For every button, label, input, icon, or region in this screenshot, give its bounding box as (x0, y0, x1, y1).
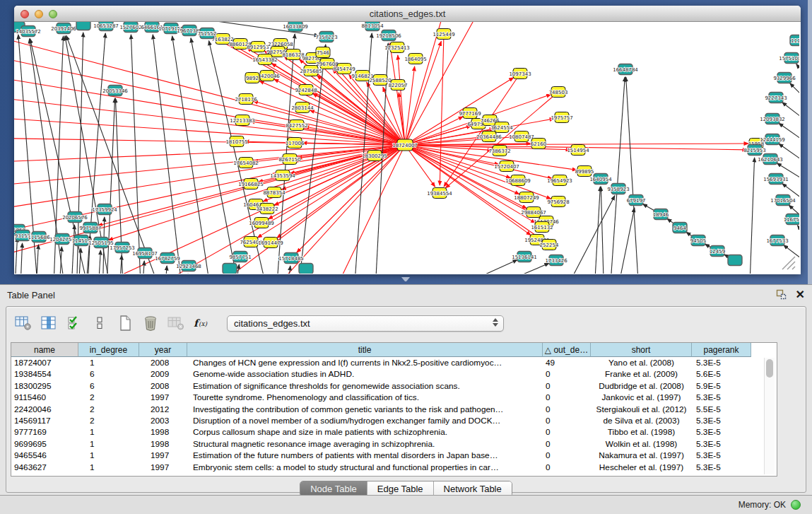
function-builder-icon[interactable]: f(x) (192, 314, 211, 333)
graph-node[interactable]: 16099489 (249, 218, 274, 228)
graph-node[interactable]: 94505 (690, 235, 706, 246)
graph-node[interactable]: 2718176 (235, 94, 257, 105)
graph-node[interactable]: 10807487 (509, 132, 534, 142)
graph-node[interactable]: 1514954 (567, 145, 589, 156)
column-header-year[interactable]: year (139, 343, 187, 357)
column-header-title[interactable]: title (187, 343, 543, 357)
graph-node[interactable]: 1733426 (545, 255, 567, 266)
column-header-in_degree[interactable]: in_degree (78, 343, 139, 357)
window-titlebar[interactable]: citations_edges.txt (14, 6, 801, 22)
graph-node[interactable]: 8427552 (286, 120, 307, 131)
graph-node[interactable]: 751552 (198, 28, 217, 39)
graph-node[interactable]: 1117 (790, 35, 799, 46)
graph-node[interactable]: 679197 (627, 195, 646, 206)
graph-node[interactable]: 1640954 (589, 174, 612, 185)
graph-node[interactable]: 20391406 (51, 23, 76, 34)
table-row[interactable]: 1830029562008Estimation of significance … (11, 380, 777, 392)
column-header-name[interactable]: name (11, 343, 78, 357)
tab-edge-table[interactable]: Edge Table (367, 481, 434, 496)
select-attributes-icon[interactable] (64, 314, 83, 333)
graph-node[interactable]: 899895 (575, 166, 594, 177)
graph-node[interactable]: 9756928 (547, 197, 569, 207)
graph-node[interactable]: 19654923 (547, 175, 572, 186)
float-panel-icon[interactable] (775, 288, 787, 300)
graph-node[interactable]: 1677533 (766, 235, 788, 246)
graph-node[interactable]: 9892 (245, 73, 259, 83)
graph-node[interactable] (728, 255, 742, 266)
graph-node[interactable]: 15693931 (763, 174, 789, 185)
graph-node[interactable]: 9227343 (765, 93, 787, 103)
table-row[interactable]: 911546021997Tourette syndrome. Phenomeno… (11, 392, 777, 403)
graph-node[interactable]: 1115686 (28, 232, 50, 243)
graph-node[interactable]: 1975757 (551, 112, 572, 123)
table-row[interactable]: 969969511998Structural magnetic resonanc… (11, 438, 777, 450)
graph-node[interactable]: 7386372 (488, 146, 510, 156)
graph-node[interactable]: 19384554 (427, 188, 452, 199)
tab-node-table[interactable]: Node Table (300, 481, 367, 496)
graph-node[interactable]: 9975887 (79, 223, 101, 233)
column-header-short[interactable]: short (591, 343, 692, 357)
graph-node[interactable]: 12459 (710, 246, 725, 257)
show-columns-icon[interactable] (39, 314, 58, 333)
graph-node[interactable]: 17016504 (770, 195, 796, 206)
table-row[interactable]: 2242004622012Investigating the contribut… (11, 404, 777, 415)
graph-node[interactable]: 117006 (286, 138, 305, 148)
graph-node[interactable]: 18946 (653, 209, 669, 220)
graph-node[interactable]: 7546 (316, 47, 330, 58)
graph-node[interactable]: 62160 (531, 139, 546, 149)
graph-node[interactable]: 20053346 (102, 86, 128, 96)
graph-node[interactable]: 16648784 (613, 64, 638, 75)
graph-node[interactable]: 8878354 (263, 187, 286, 198)
graph-node[interactable]: 9464 (673, 223, 687, 233)
graph-node[interactable]: 17654082 (233, 158, 259, 168)
table-row[interactable]: 946362711997Embryonic stem cells: a mode… (11, 462, 777, 473)
graph-node[interactable] (76, 22, 90, 30)
graph-node[interactable]: 10688609 (505, 175, 531, 186)
graph-node[interactable] (223, 264, 237, 274)
graph-node[interactable]: 1864095 (404, 54, 426, 64)
column-header-out_de[interactable]: △ out_de… (543, 343, 591, 357)
close-panel-icon[interactable]: ✕ (796, 289, 805, 300)
table-row[interactable]: 977716911998Corpus callosum shape and si… (11, 426, 777, 438)
graph-node[interactable]: 9358923 (607, 184, 629, 194)
table-row[interactable]: 1456911722003Disruption of a novel membe… (11, 415, 777, 426)
network-canvas[interactable]: 1872400771638228860128891295323226058982… (14, 22, 799, 274)
graph-node[interactable]: 822057 (389, 80, 408, 90)
graph-node[interactable]: 9857751 (229, 252, 251, 262)
table-row[interactable]: 1872400712008Changes of HCN gene express… (11, 357, 777, 368)
graph-node[interactable]: 252254 (540, 240, 559, 250)
delete-table-icon[interactable] (166, 314, 185, 333)
graph-node[interactable]: 9329966 (773, 73, 796, 83)
graph-node[interactable]: 16210643 (758, 154, 783, 165)
graph-node[interactable]: 16958107 (132, 248, 158, 259)
graph-node[interactable]: 1810755 (225, 136, 247, 147)
graph-node[interactable]: 10653287 (93, 22, 119, 31)
graph-node[interactable]: 748503 (549, 87, 568, 98)
graph-node[interactable] (299, 264, 313, 274)
graph-node[interactable]: 16033809 (283, 22, 308, 32)
table-selector-dropdown[interactable]: citations_edges.txt (227, 315, 504, 332)
graph-node[interactable]: 1527602 (119, 22, 141, 33)
graph-node[interactable]: 20206576 (62, 212, 88, 223)
graph-node[interactable]: 8813054 (361, 22, 384, 31)
vertical-scrollbar[interactable] (764, 358, 775, 474)
column-header-pagerank[interactable]: pagerank (692, 343, 751, 357)
graph-node[interactable]: 12042757 (49, 234, 75, 245)
graph-node[interactable]: 16782759 (155, 253, 180, 264)
delete-column-icon[interactable] (141, 314, 160, 333)
graph-node[interactable]: 12093832 (760, 114, 785, 124)
table-row[interactable]: 946554611997Estimation of the future num… (11, 450, 777, 461)
graph-node[interactable]: 7357223 (315, 32, 337, 42)
graph-node[interactable]: 15751074 (779, 53, 799, 64)
graph-node[interactable]: 116753 (784, 214, 799, 225)
graph-node[interactable]: 17359924 (92, 204, 117, 215)
splitter-handle[interactable] (401, 277, 410, 283)
tab-network-table[interactable]: Network Table (434, 481, 512, 496)
graph-node[interactable]: 19218506 (376, 30, 401, 41)
graph-node[interactable]: 1097343 (509, 69, 531, 79)
table-row[interactable]: 1938455462009Genome-wide association stu… (11, 368, 777, 380)
graph-node[interactable]: 15718485 (278, 253, 304, 264)
table-mode-icon[interactable] (13, 314, 33, 333)
new-column-icon[interactable] (115, 314, 134, 333)
resize-grip[interactable] (778, 252, 796, 271)
